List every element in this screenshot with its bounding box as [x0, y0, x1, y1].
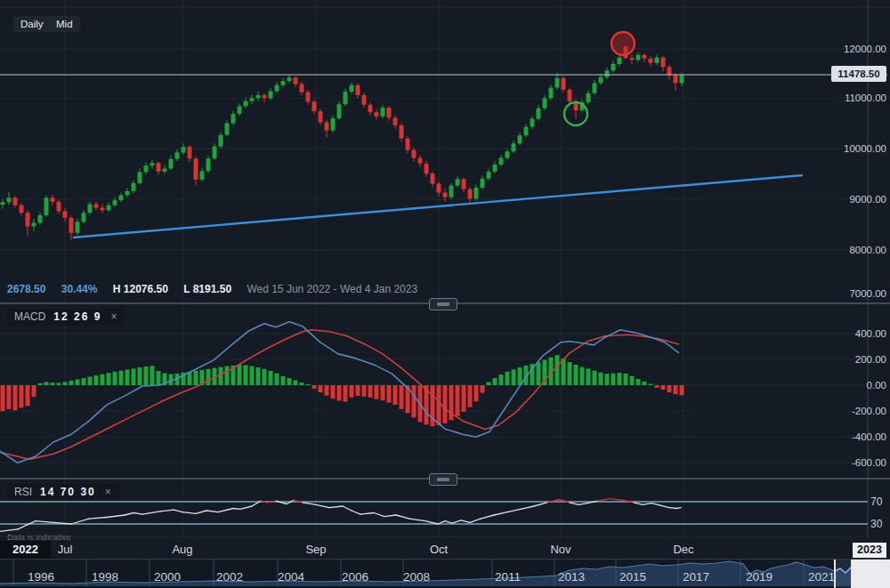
navigator-selection-window[interactable] — [835, 559, 852, 588]
change-value: 2678.50 — [7, 283, 45, 295]
candle — [449, 186, 454, 197]
candle — [82, 213, 86, 222]
candle — [618, 58, 622, 64]
rsi-line-segment — [206, 511, 218, 512]
macd-histogram-bar — [674, 385, 678, 394]
macd-histogram-bar — [1, 385, 5, 411]
macd-histogram-bar — [51, 383, 55, 385]
macd-histogram-bar — [219, 367, 223, 385]
candle — [593, 83, 597, 93]
panel-resize-handle-rsi[interactable] — [429, 473, 457, 486]
candle — [132, 183, 136, 191]
candle — [225, 124, 230, 135]
month-tick-label: Dec — [673, 543, 693, 556]
price-axis-tick: 12000.00 — [844, 44, 886, 54]
candle — [275, 85, 279, 92]
candle — [350, 85, 354, 92]
navigator-year-label: 1996 — [28, 570, 54, 584]
macd-histogram-bar — [63, 382, 68, 385]
macd-histogram-bar — [643, 382, 647, 385]
rsi-axis-tick: 70 — [870, 495, 883, 508]
candle — [431, 173, 435, 183]
candle — [69, 218, 74, 233]
candle — [113, 200, 117, 205]
candle — [599, 77, 603, 84]
macd-histogram-bar — [337, 385, 342, 400]
navigator-year-label: 2019 — [746, 570, 773, 584]
rsi-line-segment — [598, 499, 610, 501]
rsi-line-segment — [651, 503, 660, 505]
instrument-info-bar: 2678.50 30.44% H 12076.50 L 8191.50 Wed … — [7, 283, 417, 295]
macd-histogram-bar — [312, 385, 317, 389]
candle — [400, 125, 404, 139]
candle — [487, 172, 491, 179]
macd-histogram-bar — [44, 382, 49, 385]
macd-histogram-bar — [26, 385, 30, 406]
rsi-line-segment — [343, 506, 352, 511]
candle — [300, 85, 304, 93]
macd-histogram-bar — [38, 383, 43, 385]
rsi-line-segment — [174, 510, 182, 511]
macd-histogram-bar — [331, 385, 336, 399]
macd-axis-tick: -400.00 — [852, 431, 886, 442]
price-type-mid-button[interactable]: Mid — [49, 16, 80, 32]
candle — [32, 222, 36, 226]
candle — [256, 95, 261, 98]
macd-histogram-bar — [350, 385, 354, 398]
sell-signal-circle-annotation[interactable] — [611, 32, 635, 55]
trading-chart-app: 12000.0011000.0010000.009000.008000.0070… — [0, 0, 890, 588]
macd-axis-tick: 400.00 — [855, 328, 886, 339]
macd-histogram-bar — [462, 385, 466, 412]
candle — [294, 77, 298, 84]
candle — [157, 163, 161, 172]
macd-histogram-bar — [387, 385, 392, 403]
rsi-close-icon[interactable]: × — [104, 486, 112, 498]
macd-histogram-bar — [580, 367, 585, 385]
panel-resize-handle-macd[interactable] — [429, 298, 457, 310]
high-label: H — [113, 283, 121, 295]
macd-histogram-bar — [300, 383, 304, 385]
macd-histogram-bar — [611, 374, 616, 385]
rsi-line-segment — [360, 512, 374, 514]
macd-histogram-bar — [20, 385, 24, 407]
macd-histogram-bar — [32, 385, 36, 397]
rsi-line-segment — [445, 521, 452, 523]
candle — [562, 78, 566, 90]
rsi-chip-name: RSI — [14, 486, 32, 498]
candle — [381, 108, 385, 117]
candle — [44, 197, 49, 215]
macd-close-icon[interactable]: × — [109, 310, 117, 323]
candle — [443, 193, 448, 197]
candle — [250, 98, 255, 101]
candle — [518, 135, 522, 143]
macd-histogram-bar — [256, 367, 261, 385]
candle — [418, 158, 423, 164]
macd-histogram-bar — [238, 365, 242, 385]
price-axis-tick: 10000.00 — [844, 143, 886, 154]
timeframe-daily-button[interactable]: Daily — [13, 16, 51, 32]
macd-histogram-bar — [368, 385, 373, 398]
rsi-line-segment — [534, 503, 547, 506]
macd-histogram-bar — [661, 385, 666, 390]
candle — [649, 59, 653, 63]
macd-histogram-bar — [7, 385, 12, 409]
candle — [138, 172, 142, 182]
navigator-year-label: 2021 — [808, 570, 835, 584]
candle — [605, 70, 610, 77]
rsi-line-segment — [218, 508, 233, 511]
rsi-line-segment — [676, 508, 681, 509]
candle — [468, 189, 473, 199]
price-axis-tick: 11000.00 — [845, 93, 886, 103]
candle — [319, 111, 323, 122]
candle — [13, 197, 18, 205]
candle — [437, 183, 441, 192]
month-tick-label: Aug — [172, 543, 192, 556]
macd-indicator-chip[interactable]: MACD 12 26 9 × — [7, 309, 125, 325]
navigator-unselected-zone — [852, 559, 890, 588]
candle — [325, 122, 329, 130]
macd-histogram-bar — [680, 385, 684, 395]
candle — [1, 202, 5, 205]
time-axis[interactable]: 2022 JulAugSepOctNovDec 2023 — [0, 541, 890, 559]
rsi-indicator-chip[interactable]: RSI 14 70 30 × — [7, 484, 119, 500]
candle — [57, 202, 61, 212]
